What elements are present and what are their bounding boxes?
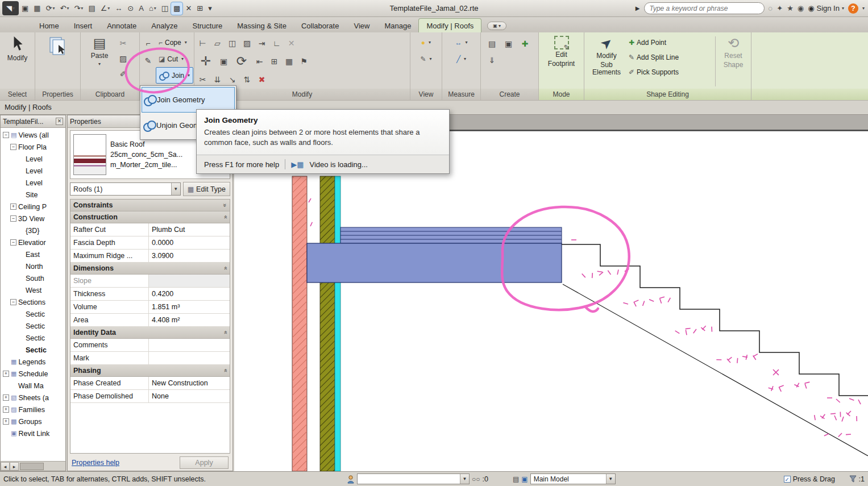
- tree-item-sectic[interactable]: Sectic: [1, 308, 65, 320]
- expand-icon[interactable]: +: [10, 203, 16, 210]
- property-value[interactable]: 3.0900: [149, 250, 230, 262]
- default-3d-view-icon[interactable]: ⌂▾: [147, 2, 159, 15]
- property-value[interactable]: 1.851 m³: [149, 301, 230, 313]
- panel-label-mode[interactable]: Mode: [539, 89, 584, 100]
- tag-icon[interactable]: ⊙: [125, 2, 136, 15]
- group-chevron-icon[interactable]: »: [222, 331, 229, 334]
- array-icon[interactable]: ⊞: [268, 55, 281, 68]
- add-point-button[interactable]: ✚Add Point: [627, 35, 713, 50]
- group-header-construction[interactable]: Construction»: [70, 211, 230, 223]
- light-bulb-icon[interactable]: ●▾: [418, 34, 434, 51]
- browser-horizontal-scrollbar[interactable]: ◂ ▸: [1, 461, 65, 471]
- press-drag-checkbox[interactable]: ✓: [784, 476, 791, 483]
- tree-item-elevatior[interactable]: −Elevatior: [1, 236, 65, 248]
- reset-shape-button[interactable]: ⟲ Reset Shape: [717, 34, 749, 89]
- tab-massing-site[interactable]: Massing & Site: [230, 19, 294, 32]
- tree-item-sections[interactable]: −Sections: [1, 296, 65, 308]
- scrollbar-thumb[interactable]: [20, 463, 44, 470]
- design-options-icon[interactable]: ▤: [513, 475, 519, 483]
- pin-icon[interactable]: ⚑: [297, 55, 310, 68]
- expand-icon[interactable]: +: [3, 406, 9, 413]
- sync-icon[interactable]: ⟳▾: [44, 2, 57, 15]
- array-path-icon[interactable]: ▦: [283, 55, 296, 68]
- qat-overflow-icon[interactable]: ▾: [206, 2, 214, 15]
- cope-button[interactable]: ⌐Cope▾: [156, 34, 193, 51]
- chevron-down-icon[interactable]: ▾: [465, 40, 467, 45]
- aligned-dimension-icon[interactable]: ↔▾: [452, 34, 470, 51]
- chevron-down-icon[interactable]: ▾: [464, 56, 466, 61]
- tree-item-sheets-a[interactable]: +▧Sheets (a: [1, 392, 65, 404]
- ribbon-display-toggle[interactable]: ▣ ▾: [487, 22, 506, 30]
- tab-insert[interactable]: Insert: [67, 19, 100, 32]
- paint-icon[interactable]: ✎: [142, 54, 155, 67]
- tab-structure[interactable]: Structure: [185, 19, 230, 32]
- collapse-icon[interactable]: −: [3, 132, 9, 138]
- group-header-dimensions[interactable]: Dimensions»: [70, 263, 230, 275]
- property-value[interactable]: 0.0000: [149, 236, 230, 249]
- rotate-icon[interactable]: ⟳: [232, 52, 251, 71]
- properties-help-link[interactable]: Properties help: [72, 459, 119, 467]
- chevron-down-icon[interactable]: ▼: [606, 474, 615, 484]
- tree-item-schedule[interactable]: +▦Schedule: [1, 368, 65, 380]
- panel-label-shape-editing[interactable]: Shape Editing: [584, 89, 751, 100]
- offset-icon[interactable]: ▱: [211, 37, 224, 50]
- property-value[interactable]: [149, 339, 230, 351]
- panel-label-view[interactable]: View: [410, 89, 442, 100]
- collapse-icon[interactable]: −: [10, 239, 16, 246]
- group-header-phasing[interactable]: Phasing»: [70, 365, 230, 377]
- extend-icon[interactable]: ⇥: [255, 37, 268, 50]
- chevron-down-icon[interactable]: ▾: [185, 40, 187, 45]
- keyword-search[interactable]: [644, 2, 765, 14]
- group-header-identity-data[interactable]: Identity Data»: [70, 327, 230, 339]
- tree-item-level[interactable]: Level: [1, 177, 65, 189]
- application-menu-button[interactable]: ◥▾: [2, 1, 19, 15]
- active-option-icon[interactable]: ▣: [521, 475, 528, 483]
- tree-item--3d-[interactable]: {3D}: [1, 225, 65, 236]
- tab-modify-roofs[interactable]: Modify | Roofs: [418, 18, 481, 32]
- property-value[interactable]: Plumb Cut: [149, 223, 230, 236]
- tree-item-sectic[interactable]: Sectic: [1, 320, 65, 332]
- expand-icon[interactable]: +: [3, 371, 9, 377]
- tree-item-wall-ma[interactable]: Wall Ma: [1, 380, 65, 392]
- tab-view[interactable]: View: [346, 19, 377, 32]
- tree-item-north[interactable]: North: [1, 260, 65, 272]
- group-chevron-icon[interactable]: »: [222, 267, 229, 270]
- unpin-icon[interactable]: ⇅: [240, 73, 254, 86]
- editable-only-icon[interactable]: ○○: [472, 475, 480, 483]
- legend-component-icon[interactable]: ▤: [485, 37, 499, 50]
- panel-label-create[interactable]: Create: [481, 89, 538, 100]
- chevron-down-icon[interactable]: ▼: [460, 474, 469, 484]
- scale-icon[interactable]: ↘: [226, 73, 239, 86]
- communication-center-icon[interactable]: ✦: [776, 4, 783, 13]
- help-chevron-icon[interactable]: ▾: [862, 6, 865, 11]
- tree-item-legends[interactable]: ▦Legends: [1, 356, 65, 368]
- browser-header[interactable]: TemplateFil... ✕: [1, 115, 65, 128]
- element-type-selector[interactable]: Roofs (1) ▼: [70, 182, 181, 196]
- workset-selector[interactable]: ▼: [357, 473, 470, 484]
- save-icon[interactable]: ▦: [31, 2, 43, 15]
- scroll-left-icon[interactable]: ◂: [1, 462, 10, 471]
- demolish-icon[interactable]: ⇊: [211, 73, 224, 86]
- tab-analyze[interactable]: Analyze: [144, 19, 185, 32]
- pick-supports-button[interactable]: ✐Pick Supports: [627, 65, 713, 80]
- split-icon[interactable]: ✂: [196, 73, 209, 86]
- cut-to-clipboard-icon[interactable]: ✂: [117, 36, 130, 49]
- tree-item-groups[interactable]: +▩Groups: [1, 416, 65, 427]
- create-group-icon[interactable]: ▣: [502, 37, 515, 50]
- panel-label-measure[interactable]: Measure: [442, 89, 480, 100]
- cut-geometry-button[interactable]: ◪Cut▾: [156, 51, 193, 67]
- tree-item-east[interactable]: East: [1, 248, 65, 260]
- delete-icon[interactable]: ✖: [255, 73, 268, 86]
- panel-label-select[interactable]: Select: [0, 89, 35, 100]
- close-hidden-windows-icon[interactable]: ✕: [183, 2, 194, 15]
- copy-to-clipboard-icon[interactable]: ▨: [117, 52, 130, 65]
- tree-item-views-all[interactable]: −▤Views (all: [1, 129, 65, 141]
- search-input[interactable]: [650, 5, 759, 13]
- paste-button[interactable]: ▤ Paste ▾: [82, 34, 117, 89]
- panel-label-properties[interactable]: Properties: [35, 89, 80, 100]
- linework-icon[interactable]: ✎▾: [417, 51, 434, 67]
- apply-button[interactable]: Apply: [180, 456, 229, 469]
- tab-annotate[interactable]: Annotate: [99, 19, 144, 32]
- group-chevron-icon[interactable]: »: [222, 215, 229, 219]
- stair-outline[interactable]: [562, 244, 868, 396]
